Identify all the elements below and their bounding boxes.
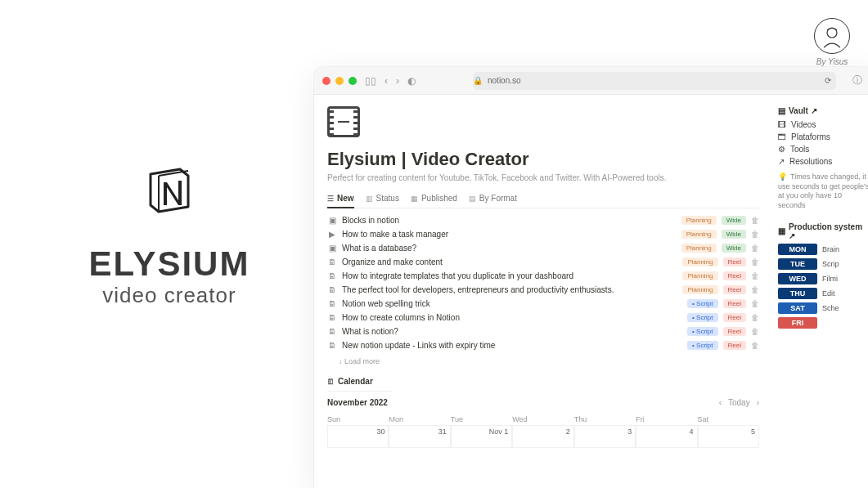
table-row[interactable]: ▣Blocks in notionPlanningWide🗑 <box>327 213 759 227</box>
schedule-row[interactable]: SATSche <box>778 302 868 314</box>
status-badge: Planning <box>682 285 717 294</box>
reload-icon[interactable]: ⟳ <box>825 76 831 85</box>
sidebar-item[interactable]: ↗Resolutions <box>778 157 868 166</box>
sidebar-item-label: Plataforms <box>791 132 830 141</box>
delete-icon[interactable]: 🗑 <box>751 216 759 225</box>
row-title: The perfect tool for developers, entrepr… <box>342 285 677 294</box>
calendar-cell[interactable]: 30 <box>327 425 389 448</box>
delete-icon[interactable]: 🗑 <box>751 299 759 308</box>
page-icon: ▣ <box>327 216 337 225</box>
tab-published[interactable]: ▦ Published <box>411 194 457 203</box>
weekday-header: Sat <box>698 414 759 425</box>
calendar-icon: 🗓 <box>327 378 335 386</box>
calendar-cell[interactable]: Nov 1 <box>451 425 512 448</box>
table-row[interactable]: 🗎The perfect tool for developers, entrep… <box>327 283 759 297</box>
share-icon[interactable]: ⓘ <box>852 74 862 87</box>
page-icon: 🗎 <box>327 327 337 336</box>
day-chip: TUE <box>778 258 817 270</box>
production-heading[interactable]: ▦ Production system ↗ <box>778 222 868 240</box>
day-chip: THU <box>778 288 817 299</box>
weekday-header: Mon <box>389 414 450 425</box>
calendar-cell[interactable]: 31 <box>389 425 450 448</box>
status-badge: Script <box>687 313 717 322</box>
load-more-button[interactable]: ↓ Load more <box>327 352 759 369</box>
calendar-tab[interactable]: 🗓 Calendar <box>327 377 393 392</box>
schedule-row[interactable]: THUEdit <box>778 288 868 299</box>
page-description: Perfect for creating content for Youtube… <box>327 173 759 182</box>
schedule-row[interactable]: FRI <box>778 317 868 329</box>
delete-icon[interactable]: 🗑 <box>751 313 759 322</box>
brand-subtitle: video creator <box>102 283 236 308</box>
shield-icon[interactable]: ◐ <box>407 75 416 87</box>
delete-icon[interactable]: 🗑 <box>751 327 759 336</box>
format-badge: Reel <box>723 327 746 336</box>
vault-heading[interactable]: ▤ Vault ↗ <box>778 106 868 115</box>
tab-status[interactable]: ▥ Status <box>366 194 399 203</box>
calendar-today-button[interactable]: Today <box>728 398 750 407</box>
delete-icon[interactable]: 🗑 <box>751 285 759 294</box>
row-title: How to create columns in Notion <box>342 313 682 322</box>
row-title: How to make a task manager <box>342 230 677 239</box>
calendar-tab-label: Calendar <box>338 377 373 386</box>
sidebar-item-label: Videos <box>791 120 816 129</box>
delete-icon[interactable]: 🗑 <box>751 230 759 239</box>
close-window-icon[interactable] <box>322 77 331 85</box>
calendar-cell[interactable]: 5 <box>698 425 759 448</box>
lock-icon: 🔒 <box>473 76 483 85</box>
forward-icon[interactable]: › <box>396 75 399 87</box>
calendar-prev-icon[interactable]: ‹ <box>719 398 722 407</box>
maximize-window-icon[interactable] <box>349 77 357 85</box>
author-name: By Yisus <box>816 57 848 66</box>
author-avatar <box>814 18 850 54</box>
minimize-window-icon[interactable] <box>335 77 344 85</box>
row-title: How to integrate templates that you dupl… <box>342 271 677 280</box>
address-bar[interactable]: 🔒 notion.so ⟳ <box>473 72 836 90</box>
main-content: Elysium | Video Creator Perfect for crea… <box>314 95 772 488</box>
table-row[interactable]: 🗎New notion update - Links with expiry t… <box>327 338 759 352</box>
table-row[interactable]: ▣What is a database?PlanningWide🗑 <box>327 241 759 255</box>
film-icon <box>327 106 360 137</box>
table-row[interactable]: 🗎How to integrate templates that you dup… <box>327 269 759 283</box>
status-badge: Planning <box>682 257 717 266</box>
tab-new[interactable]: ☰ New <box>327 194 354 203</box>
calendar-cell[interactable]: 2 <box>512 425 573 448</box>
brand-block: ELYSIUM video creator <box>59 163 280 308</box>
sidebar-item[interactable]: 🎞Videos <box>778 120 868 129</box>
tab-by-format[interactable]: ▤ By Format <box>469 194 517 203</box>
tab-label: New <box>337 194 354 203</box>
table-row[interactable]: 🗎What is notion?ScriptReel🗑 <box>327 325 759 338</box>
delete-icon[interactable]: 🗑 <box>751 257 759 266</box>
day-chip: FRI <box>778 317 817 329</box>
calendar-month: November 2022 <box>327 398 388 407</box>
status-badge: Planning <box>681 216 717 225</box>
schedule-row[interactable]: TUEScrip <box>778 258 868 270</box>
sidebar-item[interactable]: 🗔Plataforms <box>778 132 868 141</box>
delete-icon[interactable]: 🗑 <box>751 341 759 350</box>
calendar-next-icon[interactable]: › <box>757 398 759 407</box>
calendar-cell[interactable]: 4 <box>636 425 697 448</box>
row-title: Organize and make content <box>342 257 677 266</box>
sidebar-item-icon: 🗔 <box>778 132 786 141</box>
weekday-header: Sun <box>327 414 389 425</box>
calendar-cell[interactable]: 3 <box>574 425 636 448</box>
table-row[interactable]: ▶How to make a task managerPlanningWide🗑 <box>327 227 759 241</box>
table-row[interactable]: 🗎Notion web spelling trickScriptReel🗑 <box>327 297 759 311</box>
delete-icon[interactable]: 🗑 <box>751 271 759 280</box>
author-badge: By Yisus <box>814 18 850 66</box>
schedule-row[interactable]: MONBrain <box>778 244 868 255</box>
delete-icon[interactable]: 🗑 <box>751 244 759 253</box>
status-badge: Planning <box>681 230 717 239</box>
traffic-lights <box>322 77 357 85</box>
sidebar-toggle-icon[interactable]: ▯▯ <box>365 75 376 87</box>
table-row[interactable]: 🗎How to create columns in NotionScriptRe… <box>327 311 759 325</box>
tab-label: Status <box>376 194 399 203</box>
sidebar-item-icon: ↗ <box>778 157 785 166</box>
bulb-icon: 💡 <box>778 172 787 181</box>
table-row[interactable]: 🗎Organize and make contentPlanningReel🗑 <box>327 255 759 269</box>
status-badge: Script <box>687 299 717 308</box>
sidebar-item[interactable]: ⚙Tools <box>778 145 868 154</box>
day-label: Sche <box>822 304 839 312</box>
back-icon[interactable]: ‹ <box>385 75 388 87</box>
schedule-row[interactable]: WEDFilmi <box>778 273 868 284</box>
board-icon: ▦ <box>778 226 785 235</box>
